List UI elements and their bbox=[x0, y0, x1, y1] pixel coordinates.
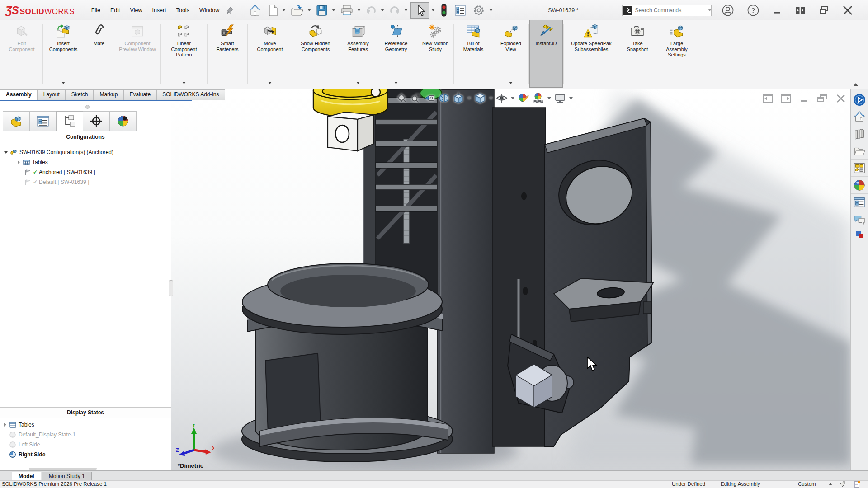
apply-scene-dropdown[interactable] bbox=[547, 97, 551, 99]
ribbon-mate[interactable]: Mate bbox=[85, 20, 113, 87]
model-canvas[interactable] bbox=[171, 89, 851, 471]
close-icon[interactable] bbox=[842, 5, 854, 16]
print-button[interactable] bbox=[338, 2, 355, 19]
dimxpert-manager-icon[interactable] bbox=[83, 111, 110, 131]
menu-view[interactable]: View bbox=[125, 5, 147, 16]
ribbon-insert-components[interactable]: Insert Components bbox=[44, 20, 83, 87]
account-icon[interactable] bbox=[722, 4, 734, 17]
panel-splitter-dot[interactable] bbox=[85, 105, 90, 109]
display-state-right-side[interactable]: Right Side bbox=[0, 450, 171, 460]
appearances-scenes-icon[interactable] bbox=[851, 177, 868, 194]
display-state-tables[interactable]: Tables bbox=[0, 420, 171, 430]
pin-menu-icon[interactable] bbox=[226, 6, 234, 14]
design-library-icon[interactable] bbox=[851, 125, 868, 142]
ribbon-bill-of-materials[interactable]: Bill of Materials bbox=[455, 20, 492, 87]
assembly-features-dropdown[interactable] bbox=[356, 82, 360, 84]
span-displays-icon[interactable] bbox=[795, 5, 806, 16]
open-dropdown[interactable] bbox=[307, 9, 311, 11]
status-tag-icon[interactable] bbox=[839, 481, 846, 488]
graphics-viewport[interactable]: Y X Z *Dimetric bbox=[171, 89, 851, 471]
previous-view-icon[interactable] bbox=[425, 93, 435, 103]
viewport-minimize-icon[interactable] bbox=[799, 94, 809, 103]
tree-row-anchored[interactable]: ✓ Anchored [ SW-01639 ] bbox=[0, 167, 171, 177]
search-commands-input[interactable] bbox=[634, 7, 706, 14]
featuremanager-tree-icon[interactable] bbox=[3, 111, 30, 131]
solidworks-resources-icon[interactable] bbox=[851, 108, 868, 125]
save-button[interactable] bbox=[314, 2, 330, 19]
view-orientation-dropdown[interactable] bbox=[467, 97, 471, 99]
display-style-dropdown[interactable] bbox=[489, 97, 493, 99]
view-settings-dropdown[interactable] bbox=[569, 97, 573, 99]
panel-splitter-handle[interactable] bbox=[169, 280, 173, 296]
menu-window[interactable]: Window bbox=[194, 5, 224, 16]
hide-show-items-icon[interactable] bbox=[496, 92, 508, 104]
search-dropdown[interactable] bbox=[708, 9, 712, 11]
view-orientation-icon[interactable] bbox=[453, 92, 464, 104]
menu-insert[interactable]: Insert bbox=[147, 5, 171, 16]
units-dropdown-arrow[interactable] bbox=[829, 483, 832, 485]
ribbon-instant3d[interactable]: Instant3D bbox=[530, 20, 562, 87]
linear-component-pattern-dropdown[interactable] bbox=[182, 82, 186, 84]
tab-model[interactable]: Model bbox=[12, 472, 41, 481]
tab-markup[interactable]: Markup bbox=[94, 89, 123, 100]
apply-scene-icon[interactable] bbox=[533, 92, 544, 104]
insert-components-dropdown[interactable] bbox=[61, 82, 65, 84]
display-state-default[interactable]: Default_Display State-1 bbox=[0, 430, 171, 440]
select-tool-dropdown[interactable] bbox=[431, 9, 435, 11]
file-explorer-icon[interactable] bbox=[851, 142, 868, 160]
collapse-arrow-icon[interactable] bbox=[18, 160, 20, 164]
tab-motion-study-1[interactable]: Motion Study 1 bbox=[42, 472, 92, 481]
display-state-left-side[interactable]: Left Side bbox=[0, 440, 171, 450]
tab-sketch[interactable]: Sketch bbox=[66, 89, 94, 100]
expand-arrow-icon[interactable] bbox=[4, 151, 8, 154]
save-dropdown[interactable] bbox=[332, 9, 335, 11]
collapse-right-pane-icon[interactable] bbox=[781, 94, 792, 103]
ribbon-reference-geometry[interactable]: Reference Geometry bbox=[376, 20, 416, 87]
ribbon-linear-component-pattern[interactable]: Linear Component Pattern bbox=[162, 20, 206, 87]
ribbon-update-speedpak[interactable]: Update SpeedPak Subassemblies bbox=[565, 20, 618, 87]
property-manager-icon[interactable] bbox=[29, 111, 57, 131]
status-document-icon[interactable] bbox=[854, 481, 860, 488]
undo-button[interactable] bbox=[363, 2, 379, 19]
section-view-icon[interactable] bbox=[439, 93, 449, 103]
rebuild-button[interactable] bbox=[438, 1, 450, 19]
tree-row-tables[interactable]: Tables bbox=[0, 157, 171, 167]
marketplace-icon[interactable] bbox=[851, 228, 868, 241]
ribbon-large-assembly-settings[interactable]: Large Assembly Settings bbox=[657, 20, 697, 87]
settings-gear-button[interactable] bbox=[470, 1, 487, 19]
ribbon-show-hidden-components[interactable]: Show Hidden Components bbox=[293, 20, 338, 87]
move-component-dropdown[interactable] bbox=[268, 82, 272, 84]
ribbon-component-preview-window[interactable]: Component Preview Window bbox=[115, 20, 160, 87]
print-dropdown[interactable] bbox=[357, 9, 361, 11]
menu-edit[interactable]: Edit bbox=[105, 5, 125, 16]
select-tool-button[interactable] bbox=[410, 2, 429, 19]
tree-row-root[interactable]: SW-01639 Configuration(s) (Anchored) bbox=[0, 147, 171, 157]
menu-tools[interactable]: Tools bbox=[171, 5, 194, 16]
tab-assembly[interactable]: Assembly bbox=[0, 89, 38, 100]
tab-layout[interactable]: Layout bbox=[38, 89, 66, 100]
status-units[interactable]: Custom bbox=[798, 481, 816, 487]
tree-row-default[interactable]: ✓ Default [ SW-01639 ] bbox=[0, 177, 171, 187]
view-settings-icon[interactable] bbox=[554, 92, 566, 104]
ribbon-exploded-view[interactable]: Exploded View bbox=[494, 20, 528, 87]
panel-horizontal-scrollbar[interactable] bbox=[29, 468, 97, 470]
view-palette-icon[interactable] bbox=[851, 160, 868, 177]
white-block-part[interactable] bbox=[328, 112, 374, 151]
edit-appearance-icon[interactable] bbox=[518, 92, 529, 104]
zoom-to-area-icon[interactable] bbox=[410, 93, 421, 103]
ribbon-take-snapshot[interactable]: Take Snapshot bbox=[620, 20, 655, 87]
help-icon[interactable]: ? bbox=[747, 4, 760, 17]
collapse-arrow-icon[interactable] bbox=[4, 423, 6, 427]
cylinder-cup[interactable] bbox=[242, 263, 453, 462]
tab-evaluate[interactable]: Evaluate bbox=[123, 89, 156, 100]
ribbon-assembly-features[interactable]: Assembly Features bbox=[340, 20, 376, 87]
new-document-button[interactable] bbox=[265, 2, 280, 19]
undo-dropdown[interactable] bbox=[381, 9, 384, 11]
threedexperience-icon[interactable] bbox=[851, 91, 868, 108]
home-button[interactable] bbox=[247, 2, 263, 19]
new-document-dropdown[interactable] bbox=[282, 9, 286, 11]
viewport-restore-icon[interactable] bbox=[817, 94, 828, 103]
menu-file[interactable]: File bbox=[86, 5, 105, 16]
ribbon-edit-component[interactable]: Edit Component bbox=[2, 20, 42, 87]
display-style-icon[interactable] bbox=[474, 92, 486, 104]
